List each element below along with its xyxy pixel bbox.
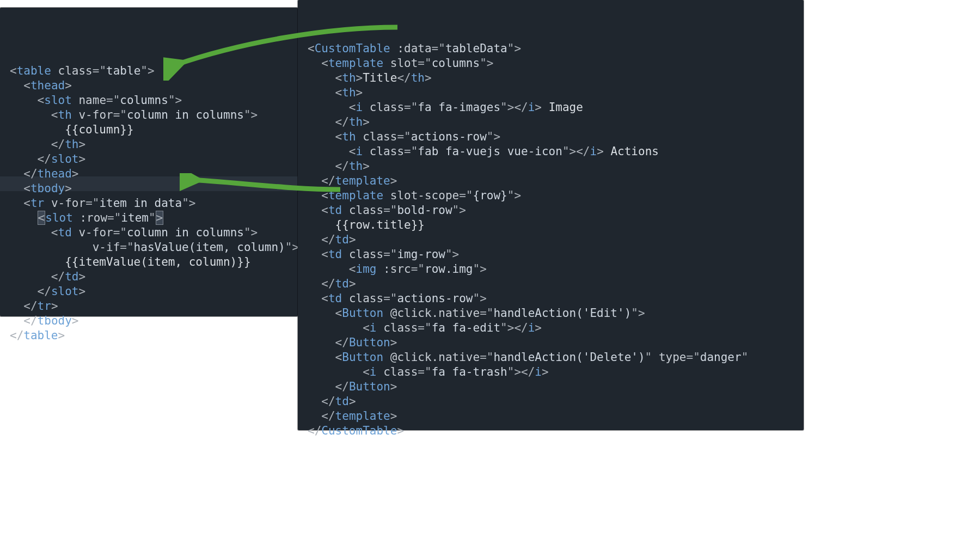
- screenshot-stage: <table class="table"> <thead> <slot name…: [0, 0, 980, 538]
- code-line: <i class="fa fa-trash"></i>: [308, 365, 794, 380]
- code-line: <th class="actions-row">: [308, 130, 794, 144]
- code-line: </td>: [308, 394, 794, 409]
- code-line: v-if="hasValue(item, column)">: [10, 240, 288, 255]
- code-line: </td>: [10, 270, 288, 284]
- code-line: </Button>: [308, 335, 794, 350]
- code-line: <CustomTable :data="tableData">: [308, 41, 794, 56]
- code-line: {{column}}: [10, 123, 288, 137]
- code-line: <slot :row="item">: [10, 211, 288, 225]
- code-line: <td v-for="column in columns">: [10, 225, 288, 240]
- code-line: </template>: [308, 174, 794, 188]
- code-line: </th>: [308, 159, 794, 174]
- code-line: </template>: [308, 409, 794, 424]
- code-line: </td>: [308, 233, 794, 247]
- code-line: <td class="actions-row">: [308, 291, 794, 306]
- code-content-left: <table class="table"> <thead> <slot name…: [10, 64, 288, 343]
- code-line: </slot>: [10, 152, 288, 167]
- code-line: <td class="bold-row">: [308, 203, 794, 218]
- code-line: {{row.title}}: [308, 218, 794, 233]
- code-line: <th v-for="column in columns">: [10, 108, 288, 123]
- code-line: <i class="fab fa-vuejs vue-icon"></i> Ac…: [308, 144, 794, 159]
- code-line: <template slot-scope="{row}">: [308, 188, 794, 203]
- code-panel-right[interactable]: <CustomTable :data="tableData"> <templat…: [298, 0, 804, 430]
- code-line: <th>Title</th>: [308, 71, 794, 85]
- code-line: </th>: [10, 137, 288, 152]
- code-panel-left[interactable]: <table class="table"> <thead> <slot name…: [0, 8, 298, 316]
- code-line: </td>: [308, 277, 794, 291]
- code-line: <thead>: [10, 78, 288, 93]
- code-line: <Button @click.native="handleAction('Edi…: [308, 306, 794, 321]
- code-line: <template slot="columns">: [308, 56, 794, 71]
- code-line: <slot name="columns">: [10, 93, 288, 108]
- code-line: </Button>: [308, 380, 794, 394]
- code-line: <tr v-for="item in data">: [10, 196, 288, 211]
- code-line: <th>: [308, 85, 794, 100]
- code-line: <img :src="row.img">: [308, 262, 794, 277]
- code-line: </slot>: [10, 284, 288, 299]
- code-line: </table>: [10, 328, 288, 343]
- code-line: </thead>: [10, 167, 288, 181]
- code-line: </tr>: [10, 299, 288, 314]
- code-line: <i class="fa fa-images"></i> Image: [308, 100, 794, 115]
- code-line: <i class="fa fa-edit"></i>: [308, 321, 794, 335]
- code-line: <Button @click.native="handleAction('Del…: [308, 350, 794, 365]
- code-line: {{itemValue(item, column)}}: [10, 255, 288, 270]
- code-content-right: <CustomTable :data="tableData"> <templat…: [308, 41, 794, 438]
- code-line: <td class="img-row">: [308, 247, 794, 262]
- code-line: </th>: [308, 115, 794, 130]
- code-line: </CustomTable>: [308, 424, 794, 438]
- code-line: <table class="table">: [10, 64, 288, 78]
- code-line: <tbody>: [10, 181, 288, 196]
- code-line: </tbody>: [10, 314, 288, 328]
